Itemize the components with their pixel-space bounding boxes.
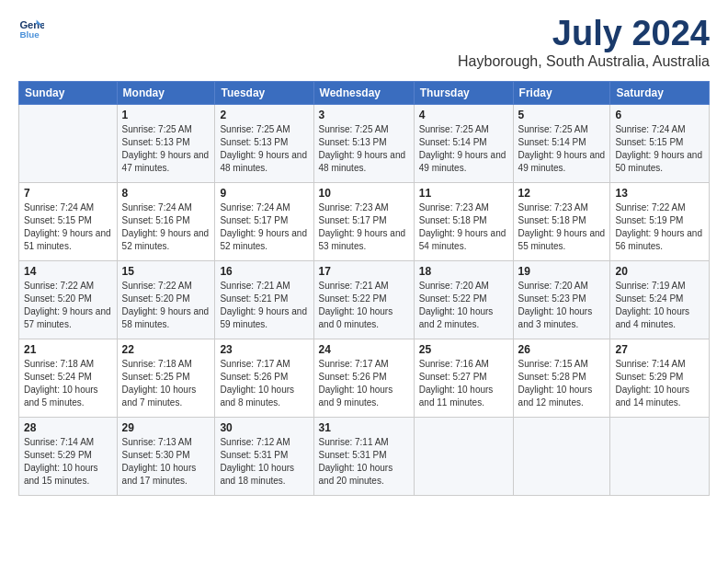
day-info: Sunrise: 7:16 AMSunset: 5:27 PMDaylight:…: [419, 358, 508, 409]
day-number: 7: [24, 187, 112, 200]
day-info: Sunrise: 7:25 AMSunset: 5:14 PMDaylight:…: [518, 123, 606, 175]
day-info: Sunrise: 7:21 AMSunset: 5:21 PMDaylight:…: [220, 280, 308, 331]
day-number: 27: [615, 343, 704, 356]
col-header-thursday: Thursday: [414, 81, 513, 104]
day-info: Sunrise: 7:17 AMSunset: 5:26 PMDaylight:…: [220, 358, 308, 409]
calendar-cell: 9Sunrise: 7:24 AMSunset: 5:17 PMDaylight…: [215, 182, 313, 260]
calendar-cell: 26Sunrise: 7:15 AMSunset: 5:28 PMDayligh…: [513, 339, 610, 417]
calendar-cell: [19, 104, 118, 182]
day-info: Sunrise: 7:11 AMSunset: 5:31 PMDaylight:…: [319, 436, 409, 488]
day-info: Sunrise: 7:18 AMSunset: 5:24 PMDaylight:…: [24, 358, 112, 409]
col-header-friday: Friday: [513, 81, 610, 104]
day-number: 21: [24, 343, 112, 356]
day-info: Sunrise: 7:25 AMSunset: 5:13 PMDaylight:…: [122, 123, 210, 175]
calendar-cell: 13Sunrise: 7:22 AMSunset: 5:19 PMDayligh…: [610, 182, 710, 260]
location-title: Hayborough, South Australia, Australia: [458, 53, 710, 70]
calendar-cell: 4Sunrise: 7:25 AMSunset: 5:14 PMDaylight…: [414, 104, 513, 182]
calendar-cell: 6Sunrise: 7:24 AMSunset: 5:15 PMDaylight…: [610, 104, 710, 182]
calendar-week-2: 7Sunrise: 7:24 AMSunset: 5:15 PMDaylight…: [19, 182, 710, 260]
calendar-week-1: 1Sunrise: 7:25 AMSunset: 5:13 PMDaylight…: [19, 104, 710, 182]
day-info: Sunrise: 7:24 AMSunset: 5:15 PMDaylight:…: [24, 201, 112, 253]
day-info: Sunrise: 7:24 AMSunset: 5:15 PMDaylight:…: [615, 123, 704, 175]
day-number: 15: [122, 265, 210, 278]
calendar-cell: [610, 417, 710, 495]
day-info: Sunrise: 7:15 AMSunset: 5:28 PMDaylight:…: [518, 358, 606, 409]
day-number: 2: [220, 109, 308, 121]
calendar-cell: 17Sunrise: 7:21 AMSunset: 5:22 PMDayligh…: [313, 260, 414, 339]
day-number: 12: [518, 187, 606, 200]
calendar-cell: [414, 417, 513, 495]
calendar-cell: 2Sunrise: 7:25 AMSunset: 5:13 PMDaylight…: [215, 104, 313, 182]
day-number: 6: [615, 109, 704, 121]
day-info: Sunrise: 7:20 AMSunset: 5:23 PMDaylight:…: [518, 280, 606, 331]
calendar-cell: 22Sunrise: 7:18 AMSunset: 5:25 PMDayligh…: [117, 339, 215, 417]
day-number: 11: [419, 187, 508, 200]
day-number: 19: [518, 265, 606, 278]
calendar-week-3: 14Sunrise: 7:22 AMSunset: 5:20 PMDayligh…: [19, 260, 710, 339]
calendar-cell: 21Sunrise: 7:18 AMSunset: 5:24 PMDayligh…: [19, 339, 118, 417]
day-info: Sunrise: 7:25 AMSunset: 5:13 PMDaylight:…: [220, 123, 308, 175]
day-number: 17: [319, 265, 409, 278]
day-number: 14: [24, 265, 112, 278]
calendar-cell: 5Sunrise: 7:25 AMSunset: 5:14 PMDaylight…: [513, 104, 610, 182]
day-number: 24: [319, 343, 409, 356]
day-number: 8: [122, 187, 210, 200]
svg-text:Blue: Blue: [19, 29, 40, 40]
calendar-cell: 28Sunrise: 7:14 AMSunset: 5:29 PMDayligh…: [19, 417, 118, 495]
day-number: 1: [122, 109, 210, 121]
day-info: Sunrise: 7:12 AMSunset: 5:31 PMDaylight:…: [220, 436, 308, 488]
day-info: Sunrise: 7:23 AMSunset: 5:18 PMDaylight:…: [518, 201, 606, 253]
day-number: 3: [319, 109, 409, 121]
calendar-cell: 10Sunrise: 7:23 AMSunset: 5:17 PMDayligh…: [313, 182, 414, 260]
calendar-cell: 8Sunrise: 7:24 AMSunset: 5:16 PMDaylight…: [117, 182, 215, 260]
calendar-table: SundayMondayTuesdayWednesdayThursdayFrid…: [18, 81, 710, 496]
calendar-body: 1Sunrise: 7:25 AMSunset: 5:13 PMDaylight…: [19, 104, 710, 495]
day-number: 31: [319, 421, 409, 434]
day-info: Sunrise: 7:18 AMSunset: 5:25 PMDaylight:…: [122, 358, 210, 409]
day-number: 30: [220, 421, 308, 434]
day-number: 29: [122, 421, 210, 434]
calendar-cell: 20Sunrise: 7:19 AMSunset: 5:24 PMDayligh…: [610, 260, 710, 339]
col-header-sunday: Sunday: [19, 81, 118, 104]
calendar-week-4: 21Sunrise: 7:18 AMSunset: 5:24 PMDayligh…: [19, 339, 710, 417]
day-info: Sunrise: 7:23 AMSunset: 5:18 PMDaylight:…: [419, 201, 508, 253]
calendar-header-row: SundayMondayTuesdayWednesdayThursdayFrid…: [19, 81, 710, 104]
day-info: Sunrise: 7:13 AMSunset: 5:30 PMDaylight:…: [122, 436, 210, 488]
calendar-cell: 1Sunrise: 7:25 AMSunset: 5:13 PMDaylight…: [117, 104, 215, 182]
day-info: Sunrise: 7:14 AMSunset: 5:29 PMDaylight:…: [615, 358, 704, 409]
header: General Blue July 2024 Hayborough, South…: [18, 15, 710, 70]
calendar-cell: [513, 417, 610, 495]
calendar-cell: 18Sunrise: 7:20 AMSunset: 5:22 PMDayligh…: [414, 260, 513, 339]
day-info: Sunrise: 7:21 AMSunset: 5:22 PMDaylight:…: [319, 280, 409, 331]
col-header-monday: Monday: [117, 81, 215, 104]
calendar-cell: 23Sunrise: 7:17 AMSunset: 5:26 PMDayligh…: [215, 339, 313, 417]
month-title: July 2024: [458, 15, 710, 53]
day-info: Sunrise: 7:24 AMSunset: 5:17 PMDaylight:…: [220, 201, 308, 253]
calendar-cell: 25Sunrise: 7:16 AMSunset: 5:27 PMDayligh…: [414, 339, 513, 417]
day-number: 10: [319, 187, 409, 200]
day-number: 13: [615, 187, 704, 200]
calendar-cell: 12Sunrise: 7:23 AMSunset: 5:18 PMDayligh…: [513, 182, 610, 260]
day-number: 5: [518, 109, 606, 121]
calendar-cell: 31Sunrise: 7:11 AMSunset: 5:31 PMDayligh…: [313, 417, 414, 495]
calendar-cell: 19Sunrise: 7:20 AMSunset: 5:23 PMDayligh…: [513, 260, 610, 339]
day-number: 22: [122, 343, 210, 356]
day-number: 18: [419, 265, 508, 278]
title-area: July 2024 Hayborough, South Australia, A…: [458, 15, 710, 70]
day-number: 4: [419, 109, 508, 121]
day-info: Sunrise: 7:23 AMSunset: 5:17 PMDaylight:…: [319, 201, 409, 253]
day-info: Sunrise: 7:25 AMSunset: 5:13 PMDaylight:…: [319, 123, 409, 175]
calendar-cell: 16Sunrise: 7:21 AMSunset: 5:21 PMDayligh…: [215, 260, 313, 339]
day-number: 23: [220, 343, 308, 356]
day-number: 25: [419, 343, 508, 356]
calendar-cell: 7Sunrise: 7:24 AMSunset: 5:15 PMDaylight…: [19, 182, 118, 260]
logo-icon: General Blue: [18, 15, 44, 40]
day-info: Sunrise: 7:22 AMSunset: 5:19 PMDaylight:…: [615, 201, 704, 253]
calendar-week-5: 28Sunrise: 7:14 AMSunset: 5:29 PMDayligh…: [19, 417, 710, 495]
calendar-cell: 27Sunrise: 7:14 AMSunset: 5:29 PMDayligh…: [610, 339, 710, 417]
calendar-cell: 14Sunrise: 7:22 AMSunset: 5:20 PMDayligh…: [19, 260, 118, 339]
day-info: Sunrise: 7:20 AMSunset: 5:22 PMDaylight:…: [419, 280, 508, 331]
day-number: 20: [615, 265, 704, 278]
day-info: Sunrise: 7:14 AMSunset: 5:29 PMDaylight:…: [24, 436, 112, 488]
day-number: 26: [518, 343, 606, 356]
